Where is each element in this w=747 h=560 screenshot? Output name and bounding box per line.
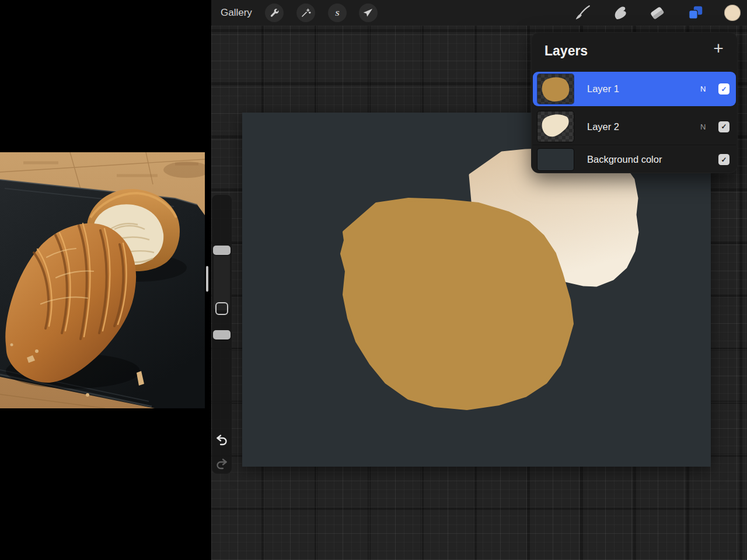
actions-button[interactable] [265,4,284,22]
smudge-button[interactable] [610,4,629,22]
opacity-slider[interactable] [213,330,231,340]
layers-panel: Layers + Layer 1 N ✓ Layer 2 N ✓ [531,32,738,173]
layers-panel-title: Layers [544,43,588,59]
modify-button[interactable] [215,302,228,315]
transform-arrow-icon [363,8,374,18]
undo-icon[interactable] [215,433,229,447]
background-color-name: Background color [587,145,662,174]
wrench-icon [269,8,280,18]
canvas-sidebar [212,195,232,474]
svg-text:S: S [335,9,340,18]
brush-size-slider[interactable] [213,246,231,255]
layer1-visibility-checkbox[interactable]: ✓ [718,83,729,94]
layer1-name: Layer 1 [587,72,619,106]
layer1-blend-mode[interactable]: N [700,72,706,106]
top-toolbar [211,0,747,26]
background-visibility-checkbox[interactable]: ✓ [718,154,729,165]
eraser-icon [648,4,666,22]
color-swatch-circle[interactable] [724,5,741,21]
brush-icon [574,4,591,22]
layers-icon [687,4,704,22]
adjustments-button[interactable] [296,4,315,22]
layer2-thumb-art [537,111,574,142]
layer1-thumb-art [537,74,574,104]
selection-s-icon: S [332,8,343,18]
layer1-thumbnail[interactable] [537,74,574,104]
screen: Gallery S [0,0,747,560]
layer2-blend-mode[interactable]: N [700,108,706,145]
transform-button[interactable] [359,4,378,22]
magic-wand-icon [301,8,311,18]
layer-row-1[interactable]: Layer 1 N ✓ [533,72,736,106]
erase-button[interactable] [648,4,666,22]
layer2-visibility-checkbox[interactable]: ✓ [718,121,729,132]
gallery-button[interactable]: Gallery [221,0,252,26]
split-view-divider-handle[interactable] [206,266,208,292]
layer1-stroke [342,200,572,408]
paint-button[interactable] [573,4,592,22]
add-layer-button[interactable]: + [709,40,728,58]
reference-photo [0,152,205,408]
layer-row-2[interactable]: Layer 2 N ✓ [533,108,736,145]
selection-button[interactable]: S [328,4,347,22]
layers-button[interactable] [686,4,705,22]
smudge-finger-icon [611,4,629,22]
background-color-thumbnail[interactable] [537,149,574,170]
layer2-thumbnail[interactable] [537,111,574,142]
background-color-row[interactable]: Background color ✓ [533,145,736,174]
croissant-photo-art [0,152,205,408]
redo-icon[interactable] [215,457,229,471]
layer2-name: Layer 2 [587,108,619,145]
